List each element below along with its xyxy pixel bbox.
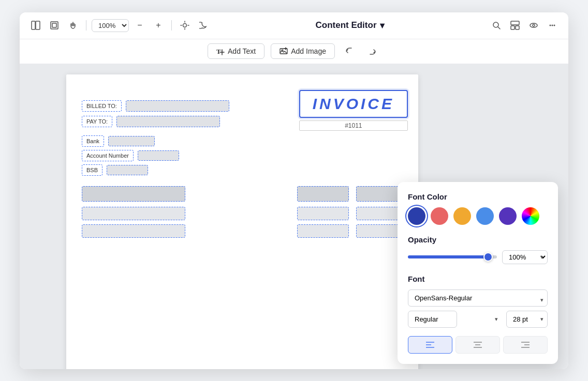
bank-label[interactable]: Bank [82, 135, 104, 147]
frame-icon [50, 21, 59, 30]
pay-to-value[interactable] [116, 116, 220, 127]
opacity-title: Opacity [408, 235, 548, 244]
zoom-out-button[interactable]: − [132, 18, 148, 33]
add-image-button[interactable]: Add Image [271, 43, 335, 59]
add-text-button[interactable]: T Add Text [208, 43, 264, 59]
invoice-header: INVOICE #1011 [299, 90, 408, 131]
more-button[interactable] [545, 18, 560, 33]
billed-to-label[interactable]: BILLED TO: [82, 100, 122, 112]
add-text-label: Add Text [228, 47, 256, 55]
svg-rect-1 [36, 21, 40, 29]
align-right-button[interactable] [503, 336, 548, 354]
secondary-toolbar: T Add Text Add Image [20, 39, 568, 64]
bank-row: Bank [82, 135, 403, 147]
opacity-slider-thumb[interactable] [483, 252, 493, 262]
table-col3-header[interactable] [356, 186, 403, 202]
svg-rect-11 [511, 21, 519, 25]
layout-button[interactable] [507, 18, 523, 33]
font-style-size-row: Regular Bold Italic Bold Italic 28 pt 12… [408, 311, 548, 328]
opacity-value-select[interactable]: 100% 75% 50% 25% [502, 250, 548, 264]
invoice-number: #1011 [299, 120, 408, 131]
font-family-wrapper: OpenSans-Regular Arial Helvetica [408, 289, 548, 311]
color-purple-swatch[interactable] [499, 207, 517, 225]
pay-to-label[interactable]: PAY TO: [82, 116, 112, 127]
table-row2-col2[interactable] [297, 224, 349, 238]
table-header-row [82, 186, 403, 202]
font-title: Font [408, 275, 548, 283]
color-blue-swatch[interactable] [476, 207, 494, 225]
table-row2-col3[interactable] [356, 224, 403, 238]
page-title: Content Editor [315, 20, 376, 31]
toolbar-center: Content Editor ▾ [215, 20, 484, 31]
hand-tool-button[interactable] [65, 18, 81, 33]
svg-point-18 [554, 25, 555, 26]
table-col1-header[interactable] [82, 186, 185, 202]
toolbar-left: 100% 75% 125% 150% − + [28, 18, 211, 33]
account-number-label[interactable]: Account Number [82, 150, 134, 161]
font-style-select[interactable]: Regular Bold Italic Bold Italic [408, 311, 457, 328]
svg-point-16 [550, 25, 551, 26]
sidebar-icon [31, 21, 40, 30]
title-dropdown-icon: ▾ [380, 20, 385, 31]
brightness-button[interactable] [177, 18, 193, 33]
undo-button[interactable] [341, 43, 358, 59]
color-red-swatch[interactable] [431, 207, 448, 225]
table-row1-col2[interactable] [297, 207, 349, 220]
svg-point-15 [533, 24, 535, 26]
bsb-label[interactable]: BSB [82, 164, 102, 176]
color-navy-swatch[interactable] [408, 207, 425, 225]
font-family-select[interactable]: OpenSans-Regular Arial Helvetica [408, 289, 548, 307]
svg-rect-12 [511, 26, 514, 29]
search-button[interactable] [489, 18, 504, 33]
table-row1-col1[interactable] [82, 207, 185, 220]
table-data-row-1 [82, 207, 403, 220]
content-editor-title-button[interactable]: Content Editor ▾ [315, 20, 384, 31]
canvas-page: INVOICE #1011 BILLED TO: PAY TO: Bank [66, 74, 418, 369]
align-center-button[interactable] [455, 336, 500, 354]
align-center-icon [474, 341, 482, 348]
opacity-value-wrapper: 100% 75% 50% 25% [502, 250, 548, 264]
table-col2-header[interactable] [297, 186, 349, 202]
svg-rect-0 [32, 21, 35, 29]
eye-icon [529, 21, 538, 30]
align-left-button[interactable] [408, 336, 452, 354]
color-rainbow-swatch[interactable] [522, 207, 539, 225]
hand-icon [68, 21, 78, 30]
svg-text:T: T [216, 48, 221, 55]
account-number-value[interactable] [138, 150, 179, 161]
opacity-row: 100% 75% 50% 25% [408, 250, 548, 264]
font-size-wrapper: 28 pt 12 pt 14 pt 16 pt 20 pt 24 pt 32 p… [506, 311, 548, 328]
font-style-wrapper: Regular Bold Italic Bold Italic [408, 311, 502, 328]
bsb-value[interactable] [107, 165, 148, 175]
redo-icon [368, 47, 377, 56]
divider-1 [86, 20, 86, 31]
font-color-title: Font Color [408, 192, 548, 201]
table-row2-col1[interactable] [82, 224, 185, 238]
moon-button[interactable] [196, 18, 211, 33]
main-toolbar: 100% 75% 125% 150% − + [20, 12, 568, 39]
undo-icon [345, 47, 354, 56]
svg-rect-13 [516, 26, 519, 29]
add-image-icon [280, 47, 288, 55]
eye-button[interactable] [526, 18, 541, 33]
redo-button[interactable] [364, 43, 380, 59]
toolbar-right [489, 18, 560, 33]
table-row1-col3[interactable] [356, 207, 403, 220]
font-size-select[interactable]: 28 pt 12 pt 14 pt 16 pt 20 pt 24 pt 32 p… [506, 311, 548, 328]
invoice-title-box[interactable]: INVOICE [299, 90, 408, 118]
app-container: 100% 75% 125% 150% − + [20, 12, 568, 369]
plus-icon: + [156, 21, 160, 30]
moon-icon [199, 21, 208, 29]
zoom-select[interactable]: 100% 75% 125% 150% [92, 19, 129, 32]
billed-to-value[interactable] [126, 100, 229, 112]
zoom-in-button[interactable]: + [151, 18, 166, 33]
divider-2 [171, 20, 172, 31]
color-orange-swatch[interactable] [453, 207, 471, 225]
sidebar-toggle-button[interactable] [28, 18, 43, 33]
frame-button[interactable] [47, 18, 62, 33]
search-icon [492, 21, 501, 30]
brightness-icon [180, 21, 189, 30]
opacity-slider-track[interactable] [408, 255, 497, 258]
invoice-title: INVOICE [313, 95, 394, 113]
bank-value[interactable] [108, 136, 155, 146]
